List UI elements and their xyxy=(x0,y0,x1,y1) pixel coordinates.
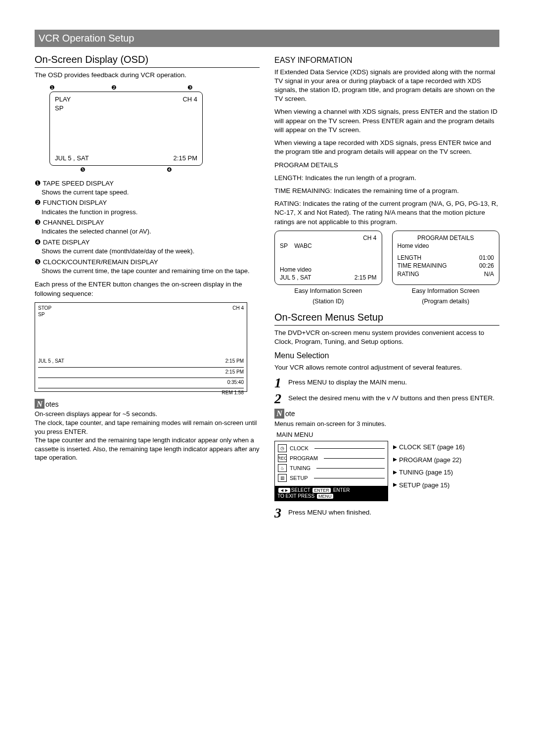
def-body: Shows the current tape speed. xyxy=(42,188,260,197)
footer-exit: TO EXIT PRESS xyxy=(277,493,314,499)
info2-length-v: 01:00 xyxy=(479,254,494,262)
menu-item-tuning: ♨TUNING xyxy=(278,464,385,472)
osd-channel: CH 4 xyxy=(182,95,197,104)
menu-ref-program: PROGRAM (page 22) xyxy=(393,456,465,465)
info1-time: 2:15 PM xyxy=(355,274,377,282)
info1-caption2: (Station ID) xyxy=(274,297,382,306)
info2-rating-k: RATING xyxy=(398,270,419,278)
menu-ref-clock: CLOCK SET (page 16) xyxy=(393,443,465,452)
pd-length: LENGTH: Indicates the run length of a pr… xyxy=(274,174,499,183)
seq-counter: 0:35:40 xyxy=(227,379,244,386)
step-3: 3Press MENU when finished. xyxy=(274,506,499,520)
note-label: ote xyxy=(285,409,295,419)
step-1-text: Press MENU to display the MAIN menu. xyxy=(288,376,407,390)
left-column: On-Screen Display (OSD) The OSD provides… xyxy=(35,53,260,522)
right-column: EASY INFORMATION If Extended Data Servic… xyxy=(274,53,499,522)
arrow-icon xyxy=(393,471,397,474)
def-body: Shows the current date (month/date/day o… xyxy=(42,247,260,256)
nav-arrows-icon: ◄► xyxy=(278,488,290,493)
menu-item-clock: ◷CLOCK xyxy=(278,444,385,452)
seq-date: JUL 5 , SAT xyxy=(38,358,64,365)
info2-caption1: Easy Information Screen xyxy=(392,287,500,295)
seq-sp: SP xyxy=(38,311,51,318)
arrow-icon xyxy=(393,483,397,487)
arrow-icon xyxy=(393,445,397,449)
info1-sp: SP xyxy=(280,242,288,249)
def-num: ❺ xyxy=(35,258,41,266)
menu-ref-label: CLOCK SET (page 16) xyxy=(399,443,465,452)
menu-ref-setup: SETUP (page 15) xyxy=(393,481,465,490)
info1-caption1: Easy Information Screen xyxy=(274,287,382,295)
def-num: ❶ xyxy=(35,180,41,187)
notes-label: otes xyxy=(45,400,58,409)
seq-ch: CH 4 xyxy=(232,305,244,318)
def-body: Shows the current time, the tape counter… xyxy=(42,267,260,276)
pd-rating: RATING: Indicates the rating of the curr… xyxy=(274,199,499,227)
def-num: ❷ xyxy=(35,199,41,206)
osd-date: JUL 5 , SAT xyxy=(55,154,89,163)
def-head: CLOCK/COUNTER/REMAIN DISPLAY xyxy=(43,258,158,266)
rec-icon: REC xyxy=(278,454,287,462)
osd-title: On-Screen Display (OSD) xyxy=(35,53,260,68)
note-heading: N ote xyxy=(274,409,499,419)
step-2-text: Select the desired menu with the v /V bu… xyxy=(288,392,494,406)
def-body: Indicates the selected channel (or AV). xyxy=(42,227,260,236)
menu-item-label: TUNING xyxy=(290,465,311,472)
seq-rem: REM 1:58 xyxy=(222,389,244,396)
main-menu-figure: ◷CLOCK RECPROGRAM ♨TUNING ▥SETUP ◄►SELEC… xyxy=(274,441,499,501)
info1-date: JUL 5 , SAT xyxy=(280,274,311,282)
callout-5: ❺ xyxy=(49,166,116,174)
main-menu-label: MAIN MENU xyxy=(276,430,499,439)
info2-rating-v: N/A xyxy=(484,270,494,278)
menu-ref-label: PROGRAM (page 22) xyxy=(399,456,461,465)
step-2: 2Select the desired menu with the v /V b… xyxy=(274,392,499,406)
info1-title: Home video xyxy=(280,266,377,274)
sequence-intro: Each press of the ENTER button changes t… xyxy=(35,280,260,298)
info2-length-k: LENGTH xyxy=(398,254,422,262)
osd-definitions: ❶ TAPE SPEED DISPLAYShows the current ta… xyxy=(35,179,260,276)
info2-title: Home video xyxy=(398,242,494,250)
step-3-text: Press MENU when finished. xyxy=(288,506,371,520)
easy-p1: If Extended Data Service (XDS) signals a… xyxy=(274,68,499,104)
setup-icon: ▥ xyxy=(278,474,287,482)
menu-footer: ◄►SELECT ENTER ENTER TO EXIT PRESS MENU xyxy=(275,486,388,501)
footer-select: SELECT xyxy=(291,487,311,493)
menus-title: On-Screen Menus Setup xyxy=(274,311,499,326)
info-screen-station: CH 4 SP WABC Home video JUL 5 , SAT 2:15… xyxy=(274,231,382,285)
enter-pill: ENTER xyxy=(312,488,331,493)
osd-figure: ❶ ❷ ❸ PLAY CH 4 SP JUL 5 , SAT 2:15 PM ❺… xyxy=(49,84,260,174)
menu-ref-tuning: TUNING (page 15) xyxy=(393,468,465,477)
info2-head: PROGRAM DETAILS xyxy=(398,234,494,242)
seq-time1: 2:15 PM xyxy=(225,358,244,365)
info1-station: WABC xyxy=(294,242,312,249)
easy-p2: When viewing a channel with XDS signals,… xyxy=(274,107,499,135)
menu-ref-label: TUNING (page 15) xyxy=(399,468,453,477)
page-banner: VCR Operation Setup xyxy=(35,30,499,47)
easy-p3: When viewing a tape recorded with XDS si… xyxy=(274,139,499,156)
note-n-icon: N xyxy=(274,409,284,419)
menu-pill: MENU xyxy=(317,494,333,499)
program-details-head: PROGRAM DETAILS xyxy=(274,161,499,170)
info2-time-k: TIME REMAINING xyxy=(398,262,447,270)
notes-heading: N otes xyxy=(35,399,260,409)
info2-time-v: 00:26 xyxy=(479,262,494,270)
menu-item-program: RECPROGRAM xyxy=(278,454,385,462)
osd-intro: The OSD provides feedback during VCR ope… xyxy=(35,71,260,80)
menu-ref-label: SETUP (page 15) xyxy=(399,481,449,490)
callout-3: ❸ xyxy=(140,84,193,92)
def-body: Indicates the function in progress. xyxy=(42,208,260,217)
def-head: TAPE SPEED DISPLAY xyxy=(43,180,114,187)
info1-ch: CH 4 xyxy=(363,234,376,242)
def-num: ❸ xyxy=(35,219,41,226)
osd-play: PLAY xyxy=(55,95,71,104)
clock-icon: ◷ xyxy=(278,444,287,452)
menu-item-label: PROGRAM xyxy=(290,455,318,462)
info2-caption2: (Program details) xyxy=(392,297,500,306)
callout-2: ❷ xyxy=(88,84,140,92)
notes-body: On-screen displays appear for ~5 seconds… xyxy=(35,410,260,462)
def-head: CHANNEL DISPLAY xyxy=(43,219,104,226)
arrow-icon xyxy=(393,458,397,462)
menu-selection-intro: Your VCR allows remote control adjustmen… xyxy=(274,363,499,372)
def-head: FUNCTION DISPLAY xyxy=(43,199,107,206)
main-menu-box: ◷CLOCK RECPROGRAM ♨TUNING ▥SETUP ◄►SELEC… xyxy=(274,441,388,501)
